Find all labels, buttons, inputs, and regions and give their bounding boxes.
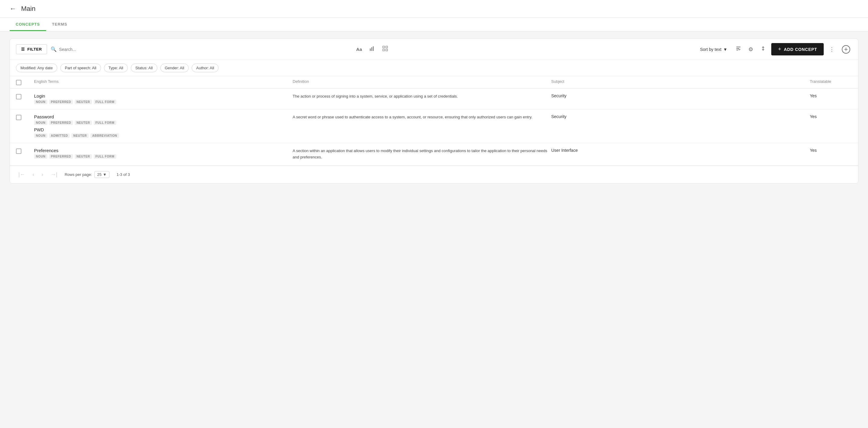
sort-direction-icon [736,46,741,53]
term-tag: FULL FORM [94,100,116,104]
term-tag: NEUTER [75,121,92,125]
filter-chip-type[interactable]: Type: All [104,64,128,72]
page-title: Main [21,5,36,13]
column-sort-button[interactable] [758,44,768,55]
term-name-password: Password [34,114,293,119]
term-tag: NEUTER [71,133,89,138]
chart-icon [369,45,375,53]
grid-icon-button[interactable] [381,44,390,55]
term-tag: PREFERRED [49,121,73,125]
term-cell-login: Login NOUN PREFERRED NEUTER FULL FORM [34,93,293,104]
prev-page-button[interactable]: ‹ [30,170,37,179]
tab-terms[interactable]: TERMS [46,18,73,31]
subject-text-password: Security [551,114,810,119]
term-tag: NEUTER [75,100,92,104]
search-input[interactable] [59,47,351,52]
table-row: Password NOUN PREFERRED NEUTER FULL FORM… [10,109,858,143]
definition-text-preferences: A section within an application that all… [293,148,551,161]
subject-cell-preferences: User Interface [551,148,810,153]
toolbar: ☰ FILTER 🔍 Aa [10,39,858,60]
term-tag: NOUN [34,100,47,104]
add-concept-label: ADD CONCEPT [784,47,817,52]
filter-label: FILTER [27,47,42,52]
term-tag: PREFERRED [49,100,73,104]
term-tag: NOUN [34,133,47,138]
filter-chip-pos[interactable]: Part of speech: All [60,64,101,72]
back-button[interactable]: ← [10,5,16,13]
text-size-icon-button[interactable]: Aa [354,45,364,54]
search-wrapper: 🔍 [51,46,351,52]
next-page-button[interactable]: › [39,170,46,179]
column-sort-icon [761,46,766,53]
svg-rect-1 [371,47,372,51]
select-all-checkbox[interactable] [16,80,22,85]
subject-text-preferences: User Interface [551,148,810,153]
pagination: |← ‹ › →| Rows per page: 25 ▼ 1-3 of 3 [10,166,858,183]
table-row: Login NOUN PREFERRED NEUTER FULL FORM Th… [10,89,858,109]
sort-direction-button[interactable] [734,44,743,55]
filter-button[interactable]: ☰ FILTER [16,44,47,54]
term-sub-name-pwd: PWD [34,127,293,132]
filter-chip-status[interactable]: Status: All [131,64,157,72]
translatable-value-password: Yes [810,114,840,119]
rows-per-page-value: 25 [97,172,101,177]
filter-chip-author[interactable]: Author: All [192,64,218,72]
col-header-definition: Definition [293,79,551,85]
term-tag: ADMITTED [49,133,70,138]
last-page-button[interactable]: →| [48,170,60,179]
text-size-icon: Aa [356,47,362,52]
add-concept-button[interactable]: + ADD CONCEPT [771,43,824,56]
col-header-subject: Subject [551,79,810,85]
svg-rect-4 [386,46,388,48]
term-tag: ABBREVIATION [90,133,119,138]
definition-cell-password: A secret word or phrase used to authenti… [293,114,551,121]
row-checkbox-cell [16,93,34,99]
definition-cell-preferences: A section within an application that all… [293,148,551,161]
more-options-button[interactable]: ⋮ [827,44,836,55]
translatable-cell-login: Yes [810,93,840,98]
term-tags-login: NOUN PREFERRED NEUTER FULL FORM [34,100,293,104]
add-circle-icon: + [842,45,850,54]
row-checkbox-password[interactable] [16,115,22,120]
term-cell-preferences: Preferences NOUN PREFERRED NEUTER FULL F… [34,148,293,159]
settings-button[interactable]: ⚙ [747,44,755,55]
chart-icon-button[interactable] [367,44,377,55]
term-tags-pwd: NOUN ADMITTED NEUTER ABBREVIATION [34,133,293,138]
term-tag: FULL FORM [94,121,116,125]
chevron-down-icon: ▼ [103,172,107,177]
term-name-preferences: Preferences [34,148,293,153]
table-row: Preferences NOUN PREFERRED NEUTER FULL F… [10,143,858,166]
subject-cell-password: Security [551,114,810,119]
vertical-dots-icon: ⋮ [829,46,835,53]
rows-per-page-select[interactable]: 25 ▼ [94,171,109,178]
filter-chip-gender[interactable]: Gender: All [160,64,189,72]
tab-concepts[interactable]: CONCEPTS [10,18,46,31]
svg-rect-6 [386,49,388,51]
term-tag: NEUTER [75,154,92,159]
rows-per-page: Rows per page: 25 ▼ [64,171,109,178]
svg-rect-2 [373,46,374,51]
svg-rect-5 [383,49,384,51]
add-circle-button[interactable]: + [840,43,852,56]
col-header-english-terms: English Terms [34,79,293,85]
table-header: English Terms Definition Subject Transla… [10,76,858,89]
term-tag: NOUN [34,121,47,125]
term-tags-password: NOUN PREFERRED NEUTER FULL FORM [34,121,293,125]
subject-cell-login: Security [551,93,810,98]
sort-dropdown[interactable]: Sort by text ▼ [697,45,731,54]
translatable-cell-preferences: Yes [810,148,840,153]
page-info: 1-3 of 3 [117,172,130,177]
translatable-cell-password: Yes [810,114,840,119]
svg-rect-3 [383,46,384,48]
col-header-translatable: Translatable [810,79,840,85]
row-checkbox-login[interactable] [16,94,22,99]
term-tags-preferences: NOUN PREFERRED NEUTER FULL FORM [34,154,293,159]
tabs-bar: CONCEPTS TERMS [0,18,868,31]
filter-chip-modified[interactable]: Modified: Any date [16,64,57,72]
grid-icon [382,46,388,53]
row-checkbox-preferences[interactable] [16,149,22,154]
term-tag: FULL FORM [94,154,116,159]
app-header: ← Main [0,0,868,18]
translatable-value-login: Yes [810,93,840,98]
first-page-button[interactable]: |← [16,170,28,179]
